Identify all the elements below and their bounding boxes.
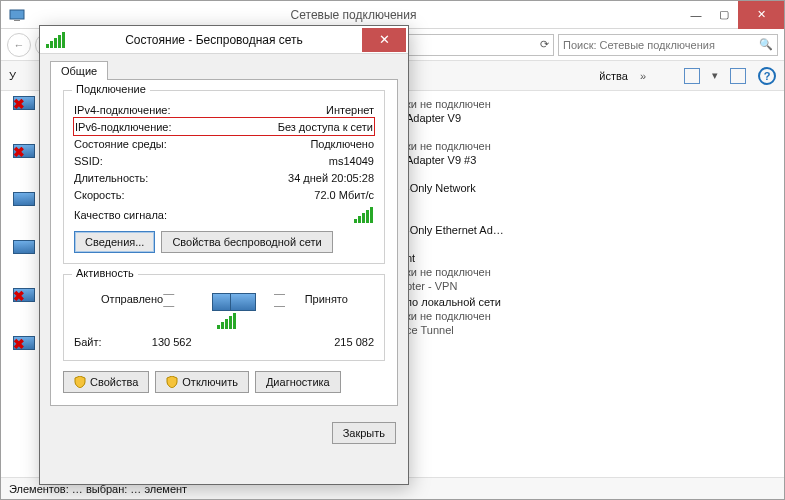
search-icon: 🔍 — [759, 38, 773, 51]
net-status: nt — [406, 251, 766, 265]
dialog-footer: Закрыть — [40, 414, 408, 452]
parent-title: Сетевые подключения — [25, 8, 682, 22]
duration-row: Длительность:34 дней 20:05:28 — [74, 169, 374, 186]
signal-icon — [46, 32, 66, 48]
help-icon[interactable]: ? — [758, 67, 776, 85]
dialog-titlebar: Состояние - Беспроводная сеть ✕ — [40, 26, 408, 54]
ipv6-row: IPv6-подключение:Без доступа к сети — [75, 118, 373, 135]
speed-row: Скорость:72.0 Мбит/с — [74, 186, 374, 203]
bytes-row: Байт: 130 562 215 082 — [74, 333, 374, 350]
net-name: Adapter V9 #3 — [406, 153, 766, 167]
ipv4-value: Интернет — [326, 104, 374, 116]
net-status: ки не подключен — [406, 97, 766, 111]
sent-label: Отправлено — [74, 293, 163, 305]
activity-group: Активность Отправлено — — — — Принято Ба… — [63, 274, 385, 361]
close-button[interactable]: Закрыть — [332, 422, 396, 444]
ipv4-row: IPv4-подключение:Интернет — [74, 101, 374, 118]
activity-computers-icon — [212, 287, 256, 311]
svg-rect-1 — [14, 20, 20, 21]
view-icon-1[interactable] — [684, 68, 700, 84]
net-name: ки не подключен — [406, 309, 766, 323]
status-dialog: Состояние - Беспроводная сеть ✕ Общие По… — [39, 25, 409, 485]
tab-strip: Общие — [50, 60, 408, 79]
net-extra: pter - VPN — [406, 279, 766, 293]
properties-button[interactable]: Свойства — [63, 371, 149, 393]
net-name: -Only Ethernet Ad… — [406, 223, 766, 237]
search-input[interactable] — [563, 39, 759, 51]
signal-quality-row: Качество сигнала: — [74, 207, 374, 223]
tab-panel: Подключение IPv4-подключение:Интернет IP… — [50, 79, 398, 406]
chevron-right-icon[interactable]: » — [640, 70, 646, 82]
bytes-label: Байт: — [74, 336, 102, 348]
maximize-button[interactable]: ▢ — [710, 1, 738, 29]
shield-icon — [166, 376, 178, 388]
bytes-sent-value: 130 562 — [102, 336, 192, 348]
refresh-icon[interactable]: ⟳ — [540, 38, 549, 51]
ipv6-label: IPv6-подключение: — [75, 121, 172, 133]
minimize-button[interactable]: — — [682, 1, 710, 29]
net-status: ки не подключен — [406, 139, 766, 153]
search-box[interactable]: 🔍 — [558, 34, 778, 56]
disable-label: Отключить — [182, 376, 238, 388]
properties-label: Свойства — [90, 376, 138, 388]
dialog-title: Состояние - Беспроводная сеть — [66, 33, 362, 47]
duration-value: 34 дней 20:05:28 — [288, 172, 374, 184]
details-button[interactable]: Сведения... — [74, 231, 155, 253]
media-value: Подключено — [310, 138, 374, 150]
disable-button[interactable]: Отключить — [155, 371, 249, 393]
media-label: Состояние среды: — [74, 138, 167, 150]
activity-header-row: Отправлено — — — — Принято — [74, 287, 374, 311]
ipv6-value: Без доступа к сети — [278, 121, 373, 133]
connection-menu[interactable]: йства — [599, 70, 628, 82]
signal-bars-icon — [354, 207, 374, 223]
svg-rect-0 — [10, 10, 24, 19]
connection-group: Подключение IPv4-подключение:Интернет IP… — [63, 90, 385, 264]
activity-signal-icon — [217, 313, 237, 329]
duration-label: Длительность: — [74, 172, 148, 184]
view-icon-2[interactable] — [730, 68, 746, 84]
view-dropdown-icon[interactable]: ▾ — [712, 69, 718, 82]
parent-close-button[interactable]: ✕ — [738, 1, 784, 29]
media-row: Состояние среды:Подключено — [74, 135, 374, 152]
speed-value: 72.0 Мбит/с — [314, 189, 374, 201]
network-text-column: ки не подключен Adapter V9 ки не подключ… — [406, 93, 766, 337]
bytes-recv-value: 215 082 — [304, 336, 374, 348]
dashes-icon: — — — [163, 287, 194, 311]
net-extra: ce Tunnel — [406, 323, 766, 337]
app-icon — [9, 7, 25, 23]
dashes-icon: — — — [274, 287, 305, 311]
ssid-row: SSID:ms14049 — [74, 152, 374, 169]
ssid-label: SSID: — [74, 155, 103, 167]
wireless-properties-button[interactable]: Свойства беспроводной сети — [161, 231, 332, 253]
net-name: -Only Network — [406, 181, 766, 195]
signal-quality-label: Качество сигнала: — [74, 209, 167, 221]
net-name: Adapter V9 — [406, 111, 766, 125]
shield-icon — [74, 376, 86, 388]
action-button-row: Свойства Отключить Диагностика — [63, 371, 385, 393]
tab-general[interactable]: Общие — [50, 61, 108, 80]
net-name: ки не подключен — [406, 265, 766, 279]
connection-legend: Подключение — [72, 83, 150, 95]
activity-legend: Активность — [72, 267, 138, 279]
speed-label: Скорость: — [74, 189, 125, 201]
organize-menu[interactable]: У — [9, 70, 16, 82]
ssid-value: ms14049 — [329, 155, 374, 167]
diagnose-button[interactable]: Диагностика — [255, 371, 341, 393]
net-status: по локальной сети — [406, 295, 766, 309]
dialog-close-button[interactable]: ✕ — [362, 28, 406, 52]
back-button[interactable]: ← — [7, 33, 31, 57]
ipv4-label: IPv4-подключение: — [74, 104, 171, 116]
received-label: Принято — [305, 293, 374, 305]
